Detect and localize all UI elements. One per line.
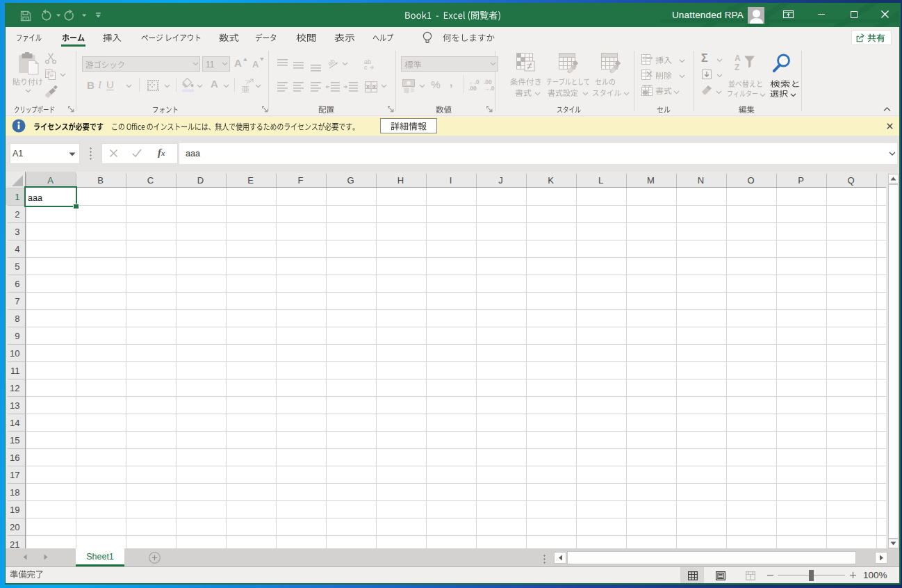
svg-text:A: A bbox=[735, 54, 741, 63]
svg-text:c: c bbox=[364, 64, 368, 71]
svg-text:ab: ab bbox=[327, 58, 336, 67]
svg-text:Z: Z bbox=[735, 63, 739, 72]
